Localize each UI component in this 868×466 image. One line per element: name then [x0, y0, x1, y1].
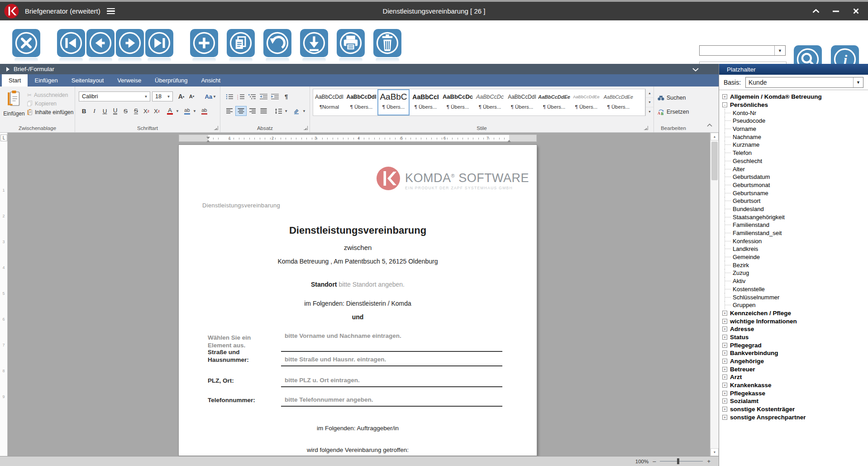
close-record-button[interactable] — [12, 29, 40, 57]
scroll-down-icon[interactable]: ▼ — [711, 448, 719, 456]
tree-item[interactable]: Familienstand_seit — [725, 229, 866, 237]
tree-item[interactable]: Nachname — [725, 133, 866, 141]
font-size-combo[interactable]: 18 ▼ — [152, 91, 173, 101]
tree-item[interactable]: + Sozialamt — [722, 397, 866, 405]
chevron-down-icon[interactable]: ▼ — [193, 109, 196, 113]
find-button[interactable]: Suchen — [658, 93, 686, 102]
styles-dialog-launcher-icon[interactable] — [644, 126, 648, 130]
save-download-button[interactable] — [300, 29, 328, 57]
shrink-font-button[interactable]: A▾ — [186, 91, 197, 101]
copy-record-button[interactable] — [227, 29, 255, 57]
tree-expander-icon[interactable]: + — [722, 375, 727, 380]
first-record-button[interactable] — [57, 29, 85, 57]
tree-item[interactable]: Familienstand — [725, 221, 866, 229]
style-item[interactable]: AaBbC ¶ Übers... — [377, 89, 410, 115]
tree-item[interactable]: + sonstige Ansprechpartner — [722, 413, 866, 422]
zoom-slider-thumb[interactable] — [677, 458, 679, 464]
tree-item[interactable]: Geschlecht — [725, 157, 866, 165]
gallery-scroll-down-icon[interactable]: ▼ — [646, 98, 653, 107]
tree-item[interactable]: Landkreis — [725, 245, 866, 253]
double-strikethrough-button[interactable]: S — [131, 106, 141, 116]
multilevel-list-button[interactable] — [247, 91, 258, 101]
tree-item[interactable]: - Persönliches — [722, 101, 866, 109]
hanging-indent-marker[interactable] — [206, 140, 210, 142]
tree-item[interactable]: Konfession — [725, 237, 866, 245]
field-input-placeholder[interactable]: bitte Telefonnummer angeben. — [281, 396, 502, 407]
tree-item[interactable]: Pseudocode — [725, 117, 866, 125]
gallery-scroll-up-icon[interactable]: ▲ — [646, 89, 653, 98]
cut-button[interactable]: ✂ Ausschneiden — [27, 91, 73, 99]
tree-item[interactable]: + Status — [722, 333, 866, 341]
paste-button[interactable]: Einfügen — [3, 90, 25, 120]
underline-button[interactable]: U — [100, 106, 110, 116]
grow-font-button[interactable]: A▴ — [176, 91, 186, 101]
paste-special-button[interactable]: Inhalte einfügen — [27, 108, 73, 116]
paragraph-dialog-launcher-icon[interactable] — [304, 126, 308, 130]
justify-button[interactable] — [258, 106, 269, 116]
ribbon-tab[interactable]: Überprüfung — [148, 74, 194, 86]
tree-expander-icon[interactable]: + — [722, 399, 727, 404]
ribbon-tab[interactable]: Start — [2, 74, 28, 86]
quick-search-combo[interactable]: ▼ — [699, 45, 786, 56]
next-record-button[interactable] — [116, 29, 144, 57]
quick-search-combo-value[interactable] — [700, 46, 774, 55]
tree-expander-icon[interactable]: + — [722, 415, 727, 420]
tree-item[interactable]: Kurzname — [725, 141, 866, 149]
tree-item[interactable]: + Kennzeichen / Pflege — [722, 309, 866, 317]
tree-expander-icon[interactable]: + — [722, 311, 727, 316]
tree-expander-icon[interactable]: + — [722, 335, 727, 340]
align-left-button[interactable] — [224, 106, 235, 116]
tree-item[interactable]: Gemeinde — [725, 253, 866, 261]
tree-expander-icon[interactable]: + — [722, 383, 727, 388]
previous-record-button[interactable] — [86, 29, 114, 57]
tree-item[interactable]: Alter — [725, 165, 866, 173]
tree-item[interactable]: Bezirk — [725, 261, 866, 269]
ribbon-tab[interactable]: Verweise — [110, 74, 148, 86]
line-spacing-button[interactable] — [272, 106, 284, 116]
superscript-button[interactable]: X2 — [141, 106, 152, 116]
tree-item[interactable]: Konto-Nr — [725, 109, 866, 117]
tree-item[interactable]: Bundesland — [725, 205, 866, 213]
close-icon[interactable] — [851, 7, 861, 16]
ribbon-tab[interactable]: Ansicht — [194, 74, 227, 86]
tree-item[interactable]: Zuzug — [725, 269, 866, 277]
tree-item[interactable]: + Bankverbindung — [722, 349, 866, 357]
new-record-button[interactable] — [190, 29, 218, 57]
tree-item[interactable]: Vorname — [725, 125, 866, 133]
tree-item[interactable]: Geburtsname — [725, 189, 866, 197]
zoom-slider[interactable] — [660, 461, 703, 461]
align-center-button[interactable] — [235, 106, 247, 116]
zoom-in-button[interactable]: + — [707, 459, 711, 464]
style-item[interactable]: AaBbCcDdI ¶ Übers... — [506, 89, 538, 115]
bold-button[interactable]: B — [79, 106, 89, 116]
tree-expander-icon[interactable]: + — [722, 351, 727, 356]
style-item[interactable]: AaBbCcDc ¶ Übers... — [474, 89, 506, 115]
tree-item[interactable]: + Adresse — [722, 325, 866, 333]
ribbon-tab[interactable]: Einfügen — [28, 74, 64, 86]
tree-item[interactable]: Schlüsselnummer — [725, 293, 866, 301]
tree-expander-icon[interactable]: + — [722, 319, 727, 324]
tree-item[interactable]: Kostenstelle — [725, 285, 866, 293]
last-record-button[interactable] — [145, 29, 173, 57]
italic-button[interactable]: I — [89, 106, 100, 116]
tree-expander-icon[interactable]: + — [722, 327, 727, 331]
font-dialog-launcher-icon[interactable] — [214, 126, 218, 130]
align-right-button[interactable] — [247, 106, 258, 116]
field-input-placeholder[interactable]: bitte PLZ u. Ort eintragen. — [281, 377, 502, 387]
standort-placeholder[interactable]: bitte Standort angeben. — [337, 281, 405, 288]
tree-expander-icon[interactable]: + — [722, 359, 727, 364]
ribbon-collapse-chevron-icon[interactable] — [707, 120, 712, 129]
tree-item[interactable]: Geburtsort — [725, 197, 866, 205]
tree-item[interactable]: + Krankenkasse — [722, 381, 866, 389]
style-item[interactable]: AaBbCcDc ¶ Übers... — [442, 89, 474, 115]
delete-record-button[interactable] — [373, 29, 401, 57]
strikethrough-button[interactable]: S — [120, 106, 131, 116]
style-item[interactable]: AaBbCcI ¶ Übers... — [410, 89, 442, 115]
collapse-window-icon[interactable] — [811, 7, 821, 16]
minimize-icon[interactable] — [831, 7, 841, 16]
tree-expander-icon[interactable]: + — [722, 94, 727, 99]
print-button[interactable] — [337, 29, 365, 57]
chevron-down-icon[interactable]: ▼ — [302, 109, 306, 113]
scrollbar-thumb[interactable] — [711, 142, 718, 180]
style-item[interactable]: AaBbCcDdEe ¶ Übers... — [570, 89, 602, 115]
